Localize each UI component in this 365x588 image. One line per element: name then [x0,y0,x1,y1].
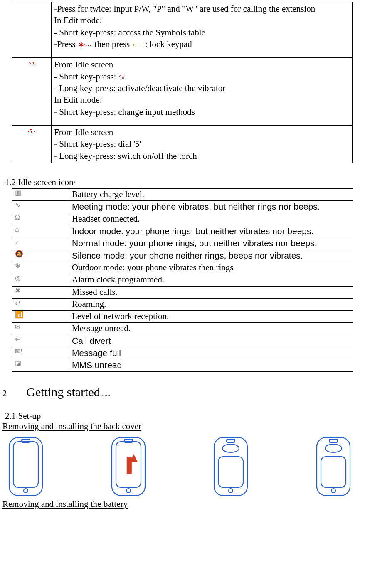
idle-icons-table: ▥Battery charge level.∿Meeting mode: you… [12,188,353,371]
hash-icon: °# [12,58,52,126]
svg-point-16 [325,444,342,452]
alarm-icon: ◎ [12,274,69,286]
table-row: 🔕Silence mode: your phone neither rings,… [12,250,353,262]
icon-description: Headset connected. [69,213,353,225]
table-row: ▥Battery charge level. [12,189,353,201]
icon-description: Normal mode: your phone rings, but neith… [69,237,353,250]
svg-rect-1 [13,442,38,487]
key-description: From Idle screen- Short key-press: °#- L… [52,58,353,126]
icon-description: Message unread. [69,323,353,335]
table-row: ◪MMS unread [12,359,353,371]
mute-icon: 🔕 [12,250,69,262]
phone-illustration [5,436,47,497]
remove-battery-heading: Removing and installing the battery [2,499,348,509]
table-row: ✉!Message full [12,347,353,359]
icon-description: MMS unread [69,359,353,371]
svg-rect-9 [218,457,243,487]
phone-illustration [313,436,354,497]
svg-point-11 [222,444,239,452]
svg-point-7 [126,489,131,493]
outdoor-icon: ❄ [12,262,69,274]
signal-icon: 📶 [12,311,69,323]
chapter-number: 2 [2,388,24,399]
icon-description: Alarm clock programmed. [69,274,353,286]
key-description: From Idle screen- Short key-press: dial … [52,126,353,163]
chapter-dots: ....... [100,391,111,398]
icon-description: Meeting mode: your phone vibrates, but n… [69,201,353,213]
divert-icon: ↩ [12,335,69,347]
headset-icon: Ω [12,213,69,225]
missed-call-icon: ✖ [12,286,69,298]
back-cover-diagram: ▲▌ [5,436,354,497]
table-row: ✉Message unread. [12,323,353,335]
svg-rect-10 [227,439,235,442]
icon-description: Outdoor mode: your phone vibrates then r… [69,262,353,274]
chapter-2-heading: 2 Getting started....... [2,385,348,399]
remove-back-cover-heading: Removing and installing the back cover [2,421,348,432]
key-description: -Press for twice: Input P/W, "P" and "W"… [52,2,353,58]
hash-key-icon: °# [118,73,126,82]
roaming-icon: ⇄ [12,298,69,310]
table-row: ∿Meeting mode: your phone vibrates, but … [12,201,353,213]
note-icon: ♪ [12,237,69,250]
icon-description: Indoor mode: your phone rings, but neith… [69,225,353,237]
table-row: ♪Normal mode: your phone rings, but neit… [12,237,353,250]
table-row: ↩Call divert [12,335,353,347]
lock-key-icon: ⟵ [132,41,143,49]
table-row: ⇄Roaming. [12,298,353,310]
icon-description: Call divert [69,335,353,347]
battery-icon: ▥ [12,189,69,201]
table-row: ◎Alarm clock programmed. [12,274,353,286]
table-row: ❄Outdoor mode: your phone vibrates then … [12,262,353,274]
svg-point-17 [331,489,335,493]
message-icon: ✉ [12,323,69,335]
icon-description: Message full [69,347,353,359]
chapter-title: Getting started [26,385,100,399]
section-2-1-heading: 2.1 Set-up [5,411,348,421]
icon-description: Silence mode: your phone neither rings, … [69,250,353,262]
phone-illustration [210,436,252,497]
icon-description: Roaming. [69,298,353,310]
svg-point-12 [229,489,233,493]
arrow-up-icon: ▲▌ [127,454,141,468]
table-row: ⌂Indoor mode: your phone rings, but neit… [12,225,353,237]
phone-illustration: ▲▌ [108,436,149,497]
svg-rect-14 [321,457,346,487]
house-icon: ⌂ [12,225,69,237]
table-row: 📶Level of network reception. [12,311,353,323]
mms-icon: ◪ [12,359,69,371]
icon-description: Level of network reception. [69,311,353,323]
table-row: ΩHeadset connected. [12,213,353,225]
key-function-table: -Press for twice: Input P/W, "P" and "W"… [12,2,353,163]
section-1-2-heading: 1.2 Idle screen icons [5,177,348,188]
msgfull-icon: ✉! [12,347,69,359]
svg-rect-15 [329,439,338,442]
icon-description: Missed calls. [69,286,353,298]
vibrate-icon: ∿ [12,201,69,213]
key-icon-empty [12,2,52,58]
star-key-icon: ✱·⋯ [78,41,93,49]
table-row: ✖Missed calls. [12,286,353,298]
icon-description: Battery charge level. [69,189,353,201]
svg-point-3 [24,489,28,493]
five-key-icon: ·5.· [12,126,52,163]
